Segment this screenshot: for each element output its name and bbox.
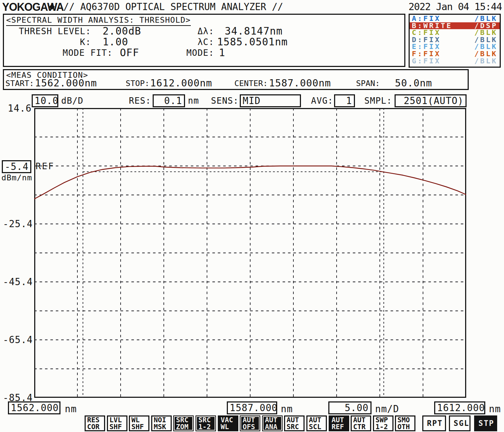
datetime: 2022 Jan 04 15:44 <box>400 1 502 12</box>
level-scale-field[interactable]: 10.0 <box>32 94 58 107</box>
softkey-aut-scl[interactable]: AUT SCL <box>306 415 327 431</box>
delta-lambda-label: Δλ: <box>155 26 214 36</box>
smpl-label: SMPL: <box>364 96 392 106</box>
mode-value[interactable]: 1 <box>219 47 225 59</box>
res-unit: nm <box>188 96 199 106</box>
thresh-level-value[interactable]: 2.00dB <box>103 25 141 37</box>
avg-label: AVG: <box>311 96 333 106</box>
y-tick: -45.4 <box>3 276 32 287</box>
k-value[interactable]: 1.00 <box>103 36 128 48</box>
softkey-aut-ana[interactable]: AUT ANA <box>262 415 283 431</box>
level-scale-unit: dB/D <box>61 96 84 106</box>
softkey-res-cor[interactable]: RES COR <box>85 415 105 431</box>
stop-value[interactable]: 1612.000nm <box>150 77 212 89</box>
softkey-wl-shf[interactable]: WL SHF <box>129 415 149 431</box>
res-label: RES: <box>129 96 151 106</box>
analysis-title: <SPECTRAL WIDTH ANALYSIS: THRESHOLD> <box>6 15 191 26</box>
thresh-level-label: THRESH LEVEL: <box>8 26 91 36</box>
lambda-c-label: λC: <box>155 37 214 47</box>
mode-fit-label: MODE FIT: <box>8 48 113 58</box>
softkey-aut-ref[interactable]: AUT REF <box>329 415 349 431</box>
mode-fit-value[interactable]: OFF <box>120 47 139 59</box>
center-label: CENTER: <box>234 79 268 88</box>
softkey-smo-oth[interactable]: SMO OTH <box>395 415 415 431</box>
stop-label: STOP: <box>126 79 149 88</box>
yokogawa-diamond-icon: ◆ <box>49 0 55 12</box>
x-per-div-field[interactable]: 5.00 <box>328 401 372 414</box>
center-value[interactable]: 1587.000nm <box>269 77 331 89</box>
spectrum-trace-b <box>34 166 466 199</box>
page-title: // AQ6370D OPTICAL SPECTRUM ANALYZER // <box>63 1 283 12</box>
softkey-src-zom[interactable]: SRC ZOM <box>173 415 194 431</box>
softkey-rpt[interactable]: RPT <box>422 415 446 431</box>
lambda-c-value: 1585.0501nm <box>217 36 283 48</box>
trace-legend-panel: A:FIX/BLKB:WRITE/DSPC:FIX/BLKD:FIX/BLKE:… <box>409 14 501 68</box>
ref-line-label: REF <box>36 161 54 171</box>
softkey-aut-ofs[interactable]: AUT OFS <box>240 415 260 431</box>
softkey-lvl-shf[interactable]: LVL SHF <box>107 415 127 431</box>
res-field[interactable]: 0.1 <box>153 94 185 107</box>
trace-row-g[interactable]: G:FIX/BLK <box>410 58 500 65</box>
x-per-div-unit: nm/D <box>375 404 399 414</box>
start-label: START: <box>5 79 34 88</box>
smpl-field[interactable]: 2501(AUTO) <box>395 94 467 107</box>
sens-field[interactable]: MID <box>240 94 301 107</box>
softkey-vac-wl[interactable]: VAC WL <box>218 415 238 431</box>
trace-name: G:FIX <box>412 58 441 65</box>
y-axis-unit: dBm/nm <box>1 173 32 182</box>
softkey-aut-src[interactable]: AUT SRC <box>284 415 305 431</box>
spectral-width-analysis-panel: <SPECTRAL WIDTH ANALYSIS: THRESHOLD> THR… <box>3 14 405 67</box>
delta-lambda-value: 34.8147nm <box>217 25 283 37</box>
y-tick: -65.4 <box>3 334 32 345</box>
x-center-field[interactable]: 1587.000 <box>227 401 277 414</box>
y-tick-top: 14.6 <box>3 103 32 114</box>
k-label: K: <box>8 37 91 47</box>
ref-level-field[interactable]: -5.4 <box>2 160 31 173</box>
softkey-noi-msk[interactable]: NOI MSK <box>151 415 172 431</box>
trace-display-mode: /BLK <box>474 58 498 65</box>
softkey-swp-1-2[interactable]: SWP 1-2 <box>373 415 393 431</box>
softkey-stp[interactable]: STP <box>474 415 497 431</box>
meas-condition-panel: <MEAS CONDITION> START: 1562.000nm STOP:… <box>3 69 469 90</box>
span-label: SPAN: <box>356 79 380 88</box>
mode-label: MODE: <box>155 48 214 58</box>
x-center-unit: nm <box>281 404 293 414</box>
sens-label: SENS: <box>211 96 239 106</box>
spectrum-plot <box>34 108 466 398</box>
x-start-unit: nm <box>65 404 77 414</box>
softkey-src-1-2[interactable]: SRC 1-2 <box>195 415 216 431</box>
x-stop-field[interactable]: 1612.000 <box>434 401 485 414</box>
x-stop-unit: nm <box>489 404 501 414</box>
start-value[interactable]: 1562.000nm <box>35 77 97 89</box>
x-start-field[interactable]: 1562.000 <box>8 401 60 414</box>
softkey-sgl[interactable]: SGL <box>449 415 471 431</box>
y-tick: -25.4 <box>3 219 32 229</box>
softkey-aut-ctr[interactable]: AUT CTR <box>351 415 371 431</box>
span-value[interactable]: 50.0nm <box>395 77 432 89</box>
avg-field[interactable]: 1 <box>334 94 355 107</box>
